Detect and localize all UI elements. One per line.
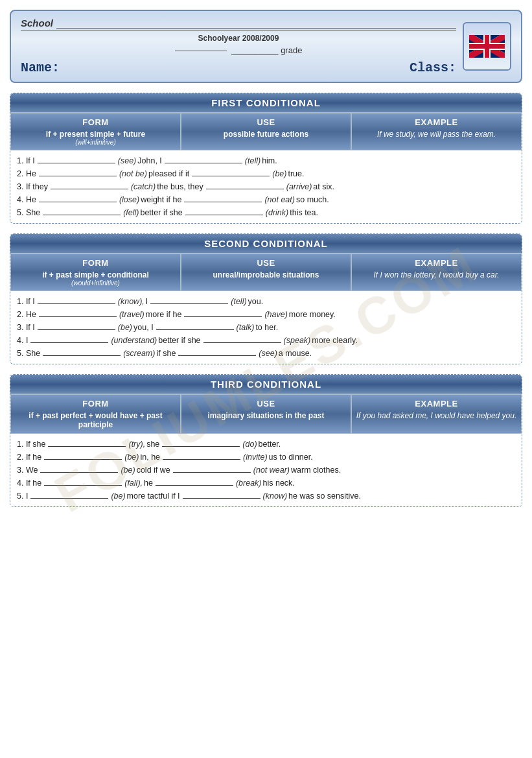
name-label: Name:: [21, 60, 60, 75]
second-conditional-use-cell: USE unreal/improbable situations: [181, 254, 351, 291]
first-example-body: If we study, we will pass the exam.: [354, 130, 518, 139]
first-ex-4: 4. He(lose)weight if he(not eat)so much.: [17, 193, 515, 206]
first-ex-3: 3. If they(catch)the bus, they(arrive)at…: [17, 180, 515, 193]
schoolyear: Schoolyear 2008/2009: [21, 34, 456, 43]
third-example-header: EXAMPLE: [354, 399, 518, 409]
first-conditional-section: FIRST CONDITIONAL FORM if + present simp…: [10, 93, 522, 224]
header-left: School Schoolyear 2008/2009 __________ g…: [21, 18, 456, 75]
third-form-header: FORM: [14, 399, 178, 409]
third-conditional-use-cell: USE imaginary situations in the past: [181, 394, 351, 434]
second-form-header: FORM: [14, 258, 178, 268]
third-conditional-example-cell: EXAMPLE If you had asked me, I would hav…: [351, 394, 522, 434]
first-use-header: USE: [184, 117, 348, 127]
first-form-body: if + present simple + future: [14, 130, 178, 139]
first-conditional-use-cell: USE possible future actions: [181, 113, 351, 150]
second-use-body: unreal/improbable situations: [184, 270, 348, 279]
first-form-sub: (will+infinitive): [14, 139, 178, 146]
third-use-header: USE: [184, 399, 348, 409]
second-conditional-exercises: 1. If I(know),I(tell)you. 2. He(travel)m…: [10, 291, 522, 364]
first-conditional-info-row: FORM if + present simple + future (will+…: [10, 112, 522, 150]
flag-box: [463, 22, 511, 71]
first-form-header: FORM: [14, 117, 178, 127]
first-conditional-example-cell: EXAMPLE If we study, we will pass the ex…: [351, 113, 522, 150]
second-example-body: If I won the lottery, I would buy a car.: [354, 270, 518, 279]
second-form-sub: (would+infinitive): [14, 279, 178, 287]
second-form-body: if + past simple + conditional: [14, 270, 178, 279]
first-conditional-title: FIRST CONDITIONAL: [10, 93, 522, 112]
second-conditional-info-row: FORM if + past simple + conditional (wou…: [10, 253, 522, 291]
class-label: Class:: [410, 60, 456, 75]
second-use-header: USE: [184, 258, 348, 268]
third-ex-3: 3. We(be)cold if we(not wear)warm clothe…: [17, 464, 515, 477]
third-form-body: if + past perfect + would have + past pa…: [14, 411, 178, 429]
second-ex-3: 3. If I(be)you, I(talk)to her.: [17, 321, 515, 334]
second-ex-1: 1. If I(know),I(tell)you.: [17, 295, 515, 308]
first-use-body: possible future actions: [184, 130, 348, 139]
first-example-header: EXAMPLE: [354, 117, 518, 127]
third-ex-4: 4. If he(fall),he(break)his neck.: [17, 477, 515, 490]
name-class-row: Name: Class:: [21, 60, 456, 75]
third-use-body: imaginary situations in the past: [184, 411, 348, 420]
uk-flag-icon: [469, 35, 505, 58]
svg-rect-8: [469, 44, 505, 49]
second-conditional-section: SECOND CONDITIONAL FORM if + past simple…: [10, 233, 522, 364]
third-conditional-form-cell: FORM if + past perfect + would have + pa…: [10, 394, 181, 434]
grade-underline: [175, 51, 227, 51]
third-conditional-exercises: 1. If she(try),she(do)better. 2. If he(b…: [10, 434, 522, 506]
school-line: School: [21, 18, 456, 30]
school-underline: [56, 18, 456, 29]
third-conditional-section: THIRD CONDITIONAL FORM if + past perfect…: [10, 374, 522, 507]
first-ex-1: 1. If I(see)John, I(tell)him.: [17, 154, 515, 167]
first-conditional-form-cell: FORM if + present simple + future (will+…: [10, 113, 181, 150]
second-ex-2: 2. He(travel)more if he(have)more money.: [17, 308, 515, 321]
second-ex-4: 4. I(understand)better if she(speak)more…: [17, 334, 515, 347]
third-ex-5: 5. I(be)more tactful if I(know)he was so…: [17, 490, 515, 503]
third-ex-1: 1. If she(try),she(do)better.: [17, 438, 515, 451]
third-example-body: If you had asked me, I would have helped…: [354, 411, 518, 420]
first-ex-5: 5. She(fell)better if she(drink)this tea…: [17, 206, 515, 219]
grade-label: __________ grade: [231, 45, 302, 55]
grade-line: __________ grade: [21, 45, 456, 55]
third-conditional-title: THIRD CONDITIONAL: [10, 375, 522, 394]
second-conditional-example-cell: EXAMPLE If I won the lottery, I would bu…: [351, 254, 522, 291]
first-conditional-exercises: 1. If I(see)John, I(tell)him. 2. He(not …: [10, 150, 522, 223]
first-ex-2: 2. He(not be)pleased if it(be)true.: [17, 167, 515, 180]
school-label: School: [21, 18, 53, 29]
second-conditional-form-cell: FORM if + past simple + conditional (wou…: [10, 254, 181, 291]
second-example-header: EXAMPLE: [354, 258, 518, 268]
second-ex-5: 5. She(scream)if she(see)a mouse.: [17, 347, 515, 360]
second-conditional-title: SECOND CONDITIONAL: [10, 234, 522, 253]
third-conditional-info-row: FORM if + past perfect + would have + pa…: [10, 394, 522, 434]
header: School Schoolyear 2008/2009 __________ g…: [10, 10, 522, 83]
third-ex-2: 2. If he(be)in, he(invite)us to dinner.: [17, 451, 515, 464]
